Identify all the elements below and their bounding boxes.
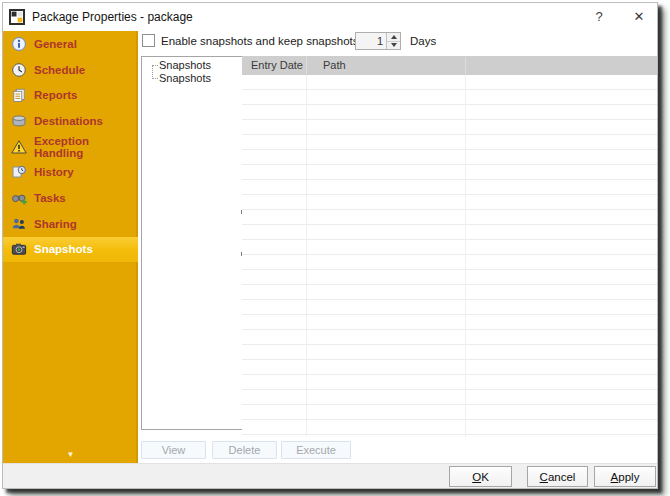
sidebar-item-label: Sharing [34,218,77,230]
spinner-down-button[interactable] [387,42,400,50]
chevron-up-icon [391,35,397,39]
spinner-buttons [386,33,400,49]
sidebar-item-label: General [34,38,77,50]
days-value[interactable]: 1 [356,33,386,49]
table-body [242,75,657,437]
warning-icon [11,139,27,155]
close-button[interactable]: ✕ [625,4,653,29]
column-header-path[interactable]: Path [323,59,346,71]
sidebar: General Schedule Reports Destinations [3,31,138,463]
tree-connector [152,65,153,79]
ok-button-accesskey: O [472,471,481,483]
snapshots-tree-panel: Snapshots Snapshots [141,56,244,430]
sidebar-item-label: Tasks [34,192,66,204]
titlebar: Package Properties - package ? ✕ [3,3,657,31]
sidebar-item-history[interactable]: History [3,159,138,185]
sidebar-item-label: Snapshots [34,243,93,255]
apply-button-label: pply [618,471,639,483]
tree-connector [152,78,158,79]
snapshots-table: Entry Date Path [242,56,657,437]
column-gridline [465,75,466,437]
footer-bar: OK Cancel Apply [3,463,657,488]
sidebar-item-tasks[interactable]: Tasks [3,185,138,211]
sidebar-item-label: Schedule [34,64,85,76]
column-header-entry-date[interactable]: Entry Date [251,59,303,71]
sidebar-item-label: Reports [34,89,77,101]
sidebar-item-snapshots[interactable]: Snapshots [3,237,138,263]
chevron-down-icon [391,43,397,47]
enable-snapshots-label: Enable snapshots and keep snapshots for [161,35,375,47]
sidebar-item-general[interactable]: General [3,31,138,57]
sidebar-item-label: History [34,166,74,178]
apply-button[interactable]: Apply [594,466,656,487]
history-icon [11,164,27,180]
content-area: Enable snapshots and keep snapshots for … [138,31,657,463]
column-separator [306,57,307,74]
execute-button[interactable]: Execute [281,441,351,459]
app-icon [9,9,25,25]
column-separator [465,57,466,74]
tree-item-snapshots-2[interactable]: Snapshots [159,72,211,84]
column-gridline [306,75,307,437]
window-title: Package Properties - package [32,10,193,24]
table-header: Entry Date Path [242,56,657,75]
help-button[interactable]: ? [585,4,613,29]
cancel-button[interactable]: Cancel [527,466,588,487]
clock-icon [11,62,27,78]
enable-snapshots-checkbox[interactable] [142,34,155,47]
info-icon [11,36,27,52]
sidebar-item-destinations[interactable]: Destinations [3,108,138,134]
cancel-button-label: ancel [548,471,576,483]
sidebar-item-schedule[interactable]: Schedule [3,57,138,83]
tree-item-snapshots-1[interactable]: Snapshots [159,59,211,71]
ok-button-label: K [481,471,489,483]
tree-connector [152,65,158,66]
sidebar-item-sharing[interactable]: Sharing [3,211,138,237]
camera-icon [11,241,27,257]
delete-button[interactable]: Delete [212,441,277,459]
reports-icon [11,87,27,103]
days-unit-label: Days [410,35,436,47]
sidebar-item-label: Destinations [34,115,103,127]
sidebar-scroll-down-arrow[interactable]: ▼ [3,451,138,459]
binoculars-icon [11,190,27,206]
ok-button[interactable]: OK [449,466,512,487]
apply-button-accesskey: A [611,471,619,483]
package-properties-dialog: Package Properties - package ? ✕ General… [2,2,658,489]
cancel-button-accesskey: C [540,471,548,483]
destinations-icon [11,113,27,129]
sidebar-item-label: Exception Handling [34,135,138,159]
view-button[interactable]: View [141,441,206,459]
sidebar-item-exception-handling[interactable]: Exception Handling [3,134,138,160]
spinner-up-button[interactable] [387,33,400,42]
people-icon [11,216,27,232]
sidebar-item-reports[interactable]: Reports [3,82,138,108]
days-spinner: 1 [355,32,401,50]
